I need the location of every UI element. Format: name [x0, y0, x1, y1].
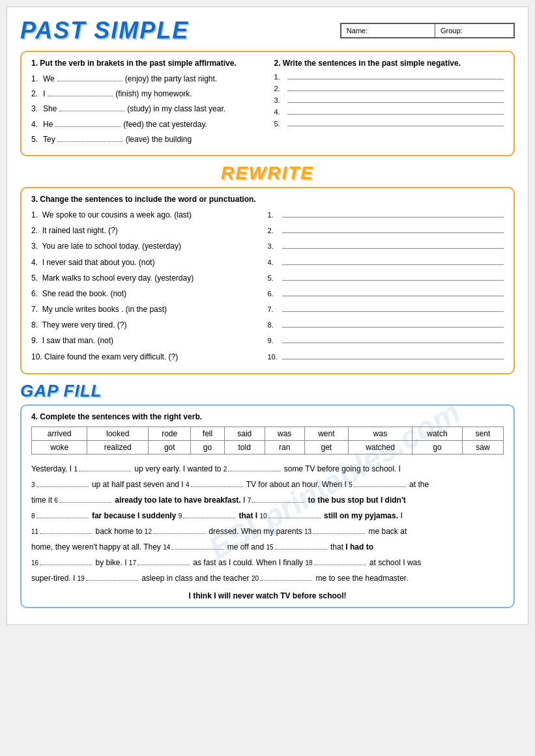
list-item: 2. [274, 85, 504, 92]
list-item: 4. I never said that about you. (not) 4. [31, 257, 504, 269]
rewrite-banner: REWRITE [20, 163, 515, 184]
word-bank-cell: rode [149, 427, 191, 440]
word-bank-cell: go [412, 440, 463, 454]
word-bank-cell: arrived [32, 427, 87, 440]
word-bank-cell: go [191, 440, 224, 454]
word-bank-cell: was [265, 427, 304, 440]
list-item: 6. She read the book. (not) 6. [31, 288, 504, 300]
list-item: 8. They were very tired. (?) 8. [31, 319, 504, 331]
instruction3: 3. Change the sentences to include the w… [31, 195, 504, 204]
list-item: 1. We spoke to our cousins a week ago. (… [31, 209, 504, 221]
exercise1-items: 1. We (enjoy) the party last night. 2. I… [31, 73, 261, 146]
word-bank-cell: saw [462, 440, 503, 454]
word-bank-cell: ran [265, 440, 304, 454]
page-title: PAST SIMPLE [20, 17, 334, 44]
word-bank-table: arrived looked rode fell said was went w… [31, 427, 504, 455]
group-label: Group: [441, 27, 463, 35]
section1-right: 2. Write the sentences in the past simpl… [274, 59, 504, 148]
list-item: 3. You are late to school today. (yester… [31, 240, 504, 253]
word-bank-cell: watched [348, 440, 412, 454]
word-bank-cell: woke [32, 440, 87, 454]
section3-box: 3. Change the sentences to include the w… [20, 187, 515, 374]
instruction1-left: 1. Put the verb in brakets in the past s… [31, 59, 261, 68]
instruction1-right: 2. Write the sentences in the past simpl… [274, 59, 504, 68]
list-item: 5. Tey (leave) the building [31, 133, 261, 146]
list-item: 1. [274, 73, 504, 81]
word-bank-cell: looked [87, 427, 149, 440]
list-item: 10. Claire found the exam very difficult… [31, 351, 504, 363]
section1-box: 1. Put the verb in brakets in the past s… [20, 51, 515, 156]
rewrite-items: 1. We spoke to our cousins a week ago. (… [31, 209, 504, 363]
list-item: 4. [274, 108, 504, 116]
word-bank-row1: arrived looked rode fell said was went w… [32, 427, 504, 440]
word-bank-cell: fell [191, 427, 224, 440]
list-item: 9. I saw that man. (not) 9. [31, 335, 504, 347]
list-item: 5. Mark walks to school every day. (yest… [31, 272, 504, 285]
list-item: 2. I (finish) my homework. [31, 88, 261, 100]
word-bank-cell: said [224, 427, 265, 440]
list-item: 3. [274, 96, 504, 104]
gap-fill-box: 4. Complete the sentences with the right… [20, 404, 515, 608]
list-item: 2. It rained last night. (?) 2. [31, 225, 504, 237]
word-bank-cell: was [348, 427, 412, 440]
word-bank-cell: get [304, 440, 348, 454]
word-bank-cell: watch [412, 427, 463, 440]
list-item: 5. [274, 120, 504, 128]
list-item: 4. He (feed) the cat yesterday. [31, 119, 261, 131]
gap-fill-banner: GAP FILL [20, 381, 515, 401]
list-item: 3. She (study) in my class last year. [31, 103, 261, 115]
word-bank-cell: realized [87, 440, 149, 454]
group-field[interactable]: Group: [435, 24, 513, 37]
word-bank-cell: got [149, 440, 191, 454]
word-bank-cell: told [224, 440, 265, 454]
word-bank-row2: woke realized got go told ran get watche… [32, 440, 504, 454]
passage-text: Yesterday, I 1 up very early. I wanted t… [31, 461, 504, 586]
name-group-box: Name: Group: [340, 23, 515, 38]
list-item: 1. We (enjoy) the party last night. [31, 73, 261, 85]
list-item: 7. My uncle writes books . (in the past)… [31, 303, 504, 316]
section1-left: 1. Put the verb in brakets in the past s… [31, 59, 261, 148]
passage-footer: I think I will never watch TV before sch… [31, 591, 504, 600]
exercise2-items: 1. 2. 3. 4. [274, 73, 504, 128]
name-field[interactable]: Name: [341, 24, 435, 37]
word-bank-cell: sent [462, 427, 503, 440]
word-bank-cell: went [304, 427, 348, 440]
instruction4: 4. Complete the sentences with the right… [31, 412, 504, 421]
name-label: Name: [347, 27, 368, 35]
